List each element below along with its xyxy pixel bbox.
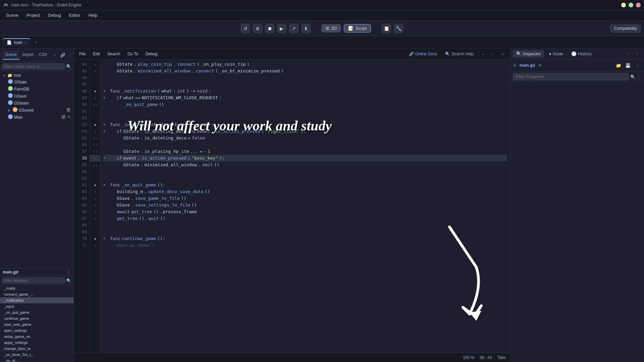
pause-icon-button[interactable]: ⏸ bbox=[253, 24, 262, 33]
file-menu-btn[interactable]: File bbox=[76, 51, 88, 57]
debug-menu-btn[interactable]: Debug bbox=[143, 51, 160, 57]
method-open-settings[interactable]: open_settings bbox=[0, 327, 73, 334]
online-docs-button[interactable]: 🔗 Online Docs bbox=[406, 51, 440, 57]
tab-scene[interactable]: Scene bbox=[3, 50, 19, 60]
method-ready[interactable]: _ready bbox=[0, 285, 73, 291]
line-num-47: 47 bbox=[74, 81, 90, 88]
stop-icon-button[interactable]: ⏹ bbox=[265, 24, 274, 33]
compatibility-button[interactable]: Compatibility bbox=[610, 24, 641, 33]
code-content[interactable]: 44 45 46 47 48 49 50 51 52 53 54 55 56 5… bbox=[74, 60, 510, 353]
search-help-button[interactable]: 🔍 Search Help bbox=[442, 51, 476, 57]
add-node-button[interactable]: + bbox=[51, 52, 58, 58]
method-quit[interactable]: _on_quit_game bbox=[0, 309, 73, 315]
settings-icon-button[interactable]: 🔧 bbox=[394, 24, 403, 33]
fold-54[interactable]: ▼ bbox=[103, 128, 109, 135]
gutter-70: ● bbox=[90, 235, 100, 242]
code-line-58: ▼ if event.is_action_pressed("boss_key")… bbox=[103, 155, 507, 162]
method-continue[interactable]: continue_game bbox=[0, 315, 73, 321]
tab-history[interactable]: 🕐 History bbox=[568, 50, 595, 58]
fold-53[interactable]: ▼ bbox=[103, 121, 109, 128]
reload-icon-button[interactable]: ↺ bbox=[241, 24, 250, 33]
fold-49[interactable]: ▼ bbox=[103, 95, 109, 101]
expand-editor-button[interactable]: ⤢ bbox=[499, 50, 507, 58]
filter-options-icon[interactable]: ⋮ bbox=[637, 74, 641, 79]
code-line-55: GState.is_deleting_deco = false bbox=[103, 135, 507, 141]
menu-help[interactable]: Help bbox=[85, 11, 101, 19]
search-menu-btn[interactable]: Search bbox=[105, 51, 123, 57]
inspector-toolbar-icons: 📁 💾 ⋮ bbox=[614, 61, 641, 69]
method-filter-input[interactable] bbox=[2, 278, 65, 284]
method-filter-icon: 🔍 bbox=[66, 278, 71, 283]
methods-options-icon[interactable]: ⋮ bbox=[67, 270, 71, 275]
menu-scene[interactable]: Scene bbox=[3, 11, 22, 19]
inspector-filter-input[interactable] bbox=[513, 73, 629, 80]
link-node-button[interactable]: 🔗 bbox=[59, 52, 66, 58]
nav-prev-icon[interactable]: ‹ bbox=[479, 50, 487, 58]
script-tab-close[interactable]: × bbox=[24, 41, 26, 45]
method-input[interactable]: _input bbox=[0, 303, 73, 309]
btn-2d[interactable]: ⊞ 2D bbox=[321, 24, 341, 33]
close-button[interactable] bbox=[636, 3, 641, 7]
fold-58[interactable]: ▼ bbox=[103, 155, 109, 162]
inspector-content bbox=[510, 82, 644, 362]
method-notification[interactable]: _notification bbox=[0, 297, 73, 303]
method-change-farm[interactable]: change_farm_to bbox=[0, 346, 73, 352]
btn-script[interactable]: 📝 Script bbox=[344, 24, 371, 33]
filter-input[interactable] bbox=[2, 63, 65, 69]
tab-csv[interactable]: CSV bbox=[36, 50, 50, 60]
gutter-66: » bbox=[90, 208, 100, 215]
code-line-51 bbox=[103, 108, 507, 115]
script-tab-main[interactable]: 📄 main × bbox=[3, 38, 31, 46]
inspector-dropdown-icon[interactable]: ▼ bbox=[538, 63, 542, 68]
line-num-68: 68 bbox=[74, 222, 90, 229]
profile-icon-button[interactable]: 📋 bbox=[382, 24, 391, 33]
line-num-45: 45 bbox=[74, 68, 90, 74]
maximize-button[interactable] bbox=[629, 3, 633, 7]
tree-item-main[interactable]: Main 🎬 👁 bbox=[5, 114, 73, 121]
gutter-68 bbox=[90, 222, 100, 229]
tab-inspector[interactable]: 🔍 Inspector bbox=[513, 50, 544, 58]
fold-48[interactable]: ▼ bbox=[103, 88, 109, 95]
play-custom-icon-button[interactable]: ⬇ bbox=[301, 24, 311, 33]
method-play[interactable]: _on_pl... bbox=[0, 358, 73, 362]
inspector-folder-icon-btn[interactable]: 📁 bbox=[614, 61, 623, 69]
gutter-71: » bbox=[90, 242, 100, 249]
tree-item-gsound[interactable]: ▶ GSound 🎬 bbox=[5, 107, 73, 114]
method-start-new[interactable]: start_new_game bbox=[0, 321, 73, 327]
tree-item-gsteam[interactable]: GSteam bbox=[5, 100, 73, 107]
tree-item-gsave[interactable]: GSave bbox=[5, 93, 73, 100]
tree-item-root[interactable]: ▼ 📁 root bbox=[0, 72, 73, 78]
edit-menu-btn[interactable]: Edit bbox=[90, 51, 103, 57]
inspector-save-icon-btn[interactable]: 💾 bbox=[624, 61, 632, 69]
goto-menu-btn[interactable]: Go To bbox=[125, 51, 141, 57]
play-scene-icon-button[interactable]: ↗ bbox=[289, 24, 299, 33]
tab-node[interactable]: ● Node bbox=[545, 50, 567, 58]
inspector-more-icon-btn[interactable]: ⋮ bbox=[633, 61, 641, 69]
fold-70[interactable]: ▼ bbox=[103, 235, 109, 242]
nav-left-button[interactable]: ‹ bbox=[624, 50, 632, 58]
menu-debug[interactable]: Debug bbox=[45, 11, 64, 19]
line-numbers: 44 45 46 47 48 49 50 51 52 53 54 55 56 5… bbox=[74, 60, 90, 353]
scene-options-button[interactable]: ⋮ bbox=[67, 52, 74, 58]
code-status-bar: 100 % 58 : 44 Tabs bbox=[74, 353, 510, 362]
method-apply-settings[interactable]: apply_settings bbox=[0, 340, 73, 346]
play-icon-button[interactable]: ▶ bbox=[277, 24, 286, 33]
tree-item-gstate[interactable]: GState bbox=[5, 78, 73, 85]
tree-item-label: Main bbox=[14, 115, 23, 120]
nav-right-button[interactable]: › bbox=[633, 50, 641, 58]
gutter-51 bbox=[90, 108, 100, 115]
menu-project[interactable]: Project bbox=[23, 11, 43, 19]
method-setup-game[interactable]: setup_game_wi... bbox=[0, 334, 73, 340]
tab-import[interactable]: Import bbox=[19, 50, 36, 60]
method-connect[interactable]: connect_game_... bbox=[0, 291, 73, 297]
method-timer[interactable]: _on_timer_5m_t... bbox=[0, 352, 73, 358]
tab-add-button[interactable]: + bbox=[32, 38, 40, 46]
code-lines[interactable]: GState.play_coin_tip.connect(_on_play_co… bbox=[101, 60, 510, 353]
tree-item-farmdb[interactable]: FarmDB bbox=[5, 85, 73, 93]
fold-62[interactable]: ▼ bbox=[103, 182, 109, 188]
main-node-icons: 🎬 👁 bbox=[61, 115, 71, 119]
menu-editor[interactable]: Editor bbox=[66, 11, 84, 19]
minimize-button[interactable] bbox=[621, 3, 626, 7]
cursor-position: 58 : 44 bbox=[480, 355, 492, 360]
nav-next-icon[interactable]: › bbox=[488, 50, 496, 58]
